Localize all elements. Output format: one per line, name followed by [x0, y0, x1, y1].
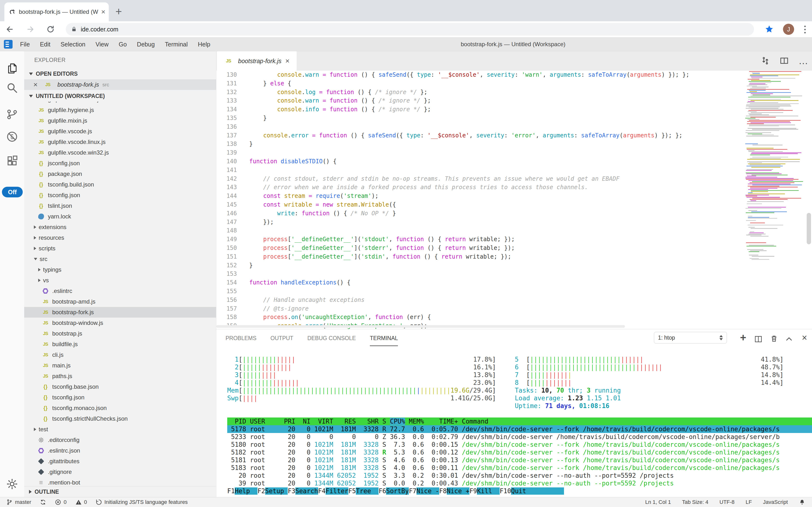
- search-icon[interactable]: [0, 82, 24, 94]
- tree-item-tsconfig.build.json[interactable]: {}tsconfig.build.json: [24, 179, 216, 190]
- terminal-htop[interactable]: 1[|||||||||||||| 17.8%] 5 [|||||||||||||…: [216, 346, 812, 497]
- tree-item-.mention-bot[interactable]: ≡.mention-bot: [24, 477, 216, 486]
- code-editor[interactable]: 130 console.warn = function () { safeSen…: [216, 71, 744, 329]
- tree-item-.gitignore[interactable]: .gitignore: [24, 467, 216, 477]
- browser-menu-icon[interactable]: [804, 25, 806, 34]
- editor-scrollbar[interactable]: [807, 213, 811, 244]
- open-changes-icon[interactable]: [761, 56, 770, 65]
- close-panel-icon[interactable]: ×: [802, 334, 807, 342]
- split-terminal-icon[interactable]: [754, 335, 762, 343]
- open-editors-header[interactable]: OPEN EDITORS: [24, 68, 216, 79]
- tree-item-test[interactable]: test: [24, 424, 216, 435]
- js-file-icon: JS: [42, 341, 49, 348]
- tree-item-bootstrap-fork.js[interactable]: JSbootstrap-fork.js: [24, 307, 216, 318]
- back-icon[interactable]: [6, 25, 14, 34]
- close-icon[interactable]: ×: [34, 80, 38, 89]
- menu-debug[interactable]: Debug: [132, 41, 160, 48]
- off-badge[interactable]: Off: [2, 187, 23, 198]
- workspace-header[interactable]: UNTITLED (WORKSPACE): [24, 91, 216, 102]
- tree-item-extensions[interactable]: extensions: [24, 222, 216, 232]
- tree-item-paths.js[interactable]: JSpaths.js: [24, 371, 216, 382]
- tree-item-jsconfig.json[interactable]: {}jsconfig.json: [24, 158, 216, 169]
- terminal-select[interactable]: 1: htop: [654, 332, 727, 343]
- maximize-panel-icon[interactable]: [785, 335, 793, 343]
- tree-item-gulpfile.vscode.linux.js[interactable]: JSgulpfile.vscode.linux.js: [24, 137, 216, 147]
- tree-item-buildfile.js[interactable]: JSbuildfile.js: [24, 339, 216, 349]
- tree-item-bootstrap-amd.js[interactable]: JSbootstrap-amd.js: [24, 296, 216, 307]
- cursor-position[interactable]: Ln 1, Col 1: [645, 499, 671, 505]
- tree-item-.editorconfig[interactable]: .editorconfig: [24, 435, 216, 445]
- tree-item-tsconfig.monaco.json[interactable]: {}tsconfig.monaco.json: [24, 403, 216, 413]
- tree-item-gulpfile.vscode.win32.js[interactable]: JSgulpfile.vscode.win32.js: [24, 147, 216, 158]
- debug-disabled-icon[interactable]: [0, 131, 24, 143]
- tree-item-gulpfile.hygiene.js[interactable]: JSgulpfile.hygiene.js: [24, 105, 216, 115]
- tree-item-.gitattributes[interactable]: .gitattributes: [24, 456, 216, 467]
- tree-item-.eslintrc[interactable]: .eslintrc: [24, 286, 216, 296]
- source-control-icon[interactable]: [0, 108, 24, 120]
- menu-edit[interactable]: Edit: [35, 41, 55, 48]
- reload-icon[interactable]: [46, 25, 55, 34]
- url-bar[interactable]: ide.coder.com: [66, 23, 754, 36]
- warning-count[interactable]: 0: [75, 499, 87, 505]
- tree-item-bootstrap-window.js[interactable]: JSbootstrap-window.js: [24, 318, 216, 328]
- tree-item-cli.js[interactable]: JScli.js: [24, 349, 216, 360]
- extensions-icon[interactable]: [0, 155, 24, 167]
- forward-icon[interactable]: [26, 25, 34, 34]
- panel-tab-output[interactable]: OUTPUT: [270, 335, 294, 346]
- menu-terminal[interactable]: Terminal: [160, 41, 193, 48]
- tree-item-resources[interactable]: resources: [24, 232, 216, 243]
- panel-tab-problems[interactable]: PROBLEMS: [226, 335, 256, 346]
- error-count[interactable]: 0: [55, 499, 66, 505]
- new-tab-button[interactable]: +: [112, 4, 126, 18]
- tree-item-typings[interactable]: typings: [24, 264, 216, 275]
- panel-tab-terminal[interactable]: TERMINAL: [370, 335, 398, 346]
- tree-item-package.json[interactable]: {}package.json: [24, 169, 216, 179]
- explorer-icon[interactable]: [0, 62, 24, 74]
- tree-item-src[interactable]: src: [24, 254, 216, 264]
- menu-go[interactable]: Go: [114, 41, 132, 48]
- tree-item-tsconfig.json[interactable]: {}tsconfig.json: [24, 392, 216, 403]
- js-file-icon: JS: [37, 128, 45, 135]
- tree-item-main.js[interactable]: JSmain.js: [24, 360, 216, 371]
- tab-size[interactable]: Tab Size: 4: [682, 499, 708, 505]
- editor-hscrollbar[interactable]: [216, 325, 625, 328]
- tree-item-.eslintrc.json[interactable]: .eslintrc.json: [24, 445, 216, 456]
- minimap[interactable]: [744, 71, 806, 262]
- avatar[interactable]: J: [783, 24, 794, 35]
- tree-item-tsconfig.json[interactable]: {}tsconfig.json: [24, 190, 216, 201]
- tree-item-tsconfig.base.json[interactable]: {}tsconfig.base.json: [24, 382, 216, 392]
- encoding[interactable]: UTF-8: [720, 499, 734, 505]
- settings-gear-icon[interactable]: [0, 478, 24, 490]
- tree-item-vs[interactable]: vs: [24, 275, 216, 286]
- outline-header[interactable]: OUTLINE: [24, 486, 216, 497]
- menu-help[interactable]: Help: [193, 41, 215, 48]
- close-icon[interactable]: ×: [285, 57, 290, 65]
- tree-item-tsconfig.strictNullChecks.json[interactable]: {}tsconfig.strictNullChecks.json: [24, 413, 216, 424]
- git-branch-status[interactable]: master: [6, 499, 31, 505]
- new-terminal-icon[interactable]: +: [740, 334, 746, 342]
- more-actions-icon[interactable]: …: [799, 58, 808, 63]
- language-mode[interactable]: JavaScript: [763, 499, 788, 505]
- open-editor-item[interactable]: × JS bootstrap-fork.js src: [24, 79, 216, 90]
- browser-tab[interactable]: bootstrap-fork.js — Untitled (W ×: [4, 2, 109, 21]
- menu-view[interactable]: View: [90, 41, 114, 48]
- tree-item-bootstrap.js[interactable]: JSbootstrap.js: [24, 328, 216, 339]
- menu-selection[interactable]: Selection: [55, 41, 90, 48]
- editor-tab[interactable]: JS bootstrap-fork.js ×: [217, 51, 297, 71]
- eol[interactable]: LF: [746, 499, 752, 505]
- split-editor-icon[interactable]: [779, 56, 789, 65]
- tree-item-scripts[interactable]: scripts: [24, 243, 216, 254]
- tree-item-gulpfile.vscode.js[interactable]: JSgulpfile.vscode.js: [24, 126, 216, 137]
- tab-close-icon[interactable]: ×: [101, 8, 106, 15]
- tree-item-gulpfile.extensions.js[interactable]: JSgulpfile.extensions.js: [24, 102, 216, 105]
- bell-icon[interactable]: [799, 499, 805, 505]
- tree-item-gulpfile.mixin.js[interactable]: JSgulpfile.mixin.js: [24, 115, 216, 126]
- bookmark-star-icon[interactable]: [765, 25, 774, 34]
- panel-tab-debug-console[interactable]: DEBUG CONSOLE: [307, 335, 356, 346]
- sync-status[interactable]: [40, 499, 46, 505]
- code-line: 156 // Handle uncaught exceptions: [216, 296, 744, 304]
- tree-item-yarn.lock[interactable]: yarn.lock: [24, 211, 216, 222]
- kill-terminal-icon[interactable]: [770, 335, 778, 343]
- tree-item-tslint.json[interactable]: {}tslint.json: [24, 201, 216, 211]
- menu-file[interactable]: File: [15, 41, 35, 48]
